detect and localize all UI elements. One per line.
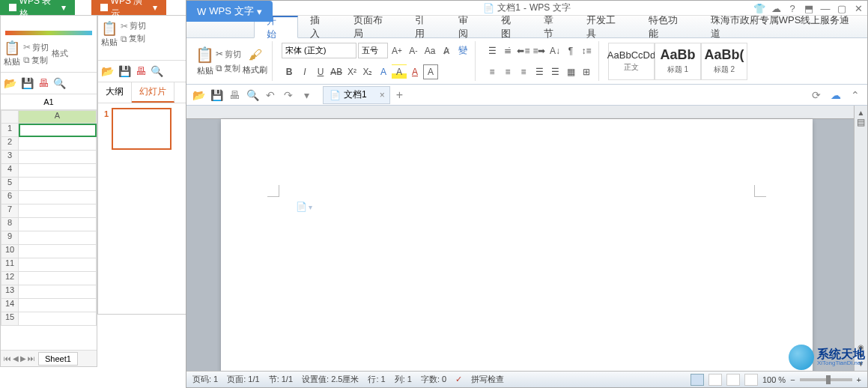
open-icon[interactable]: 📂 <box>4 77 16 89</box>
cell[interactable] <box>19 191 97 204</box>
print-preview-icon[interactable]: 🔍 <box>245 89 260 101</box>
dropdown-icon[interactable]: ▾ <box>299 89 314 101</box>
row-header[interactable]: 1 <box>1 124 19 137</box>
row-header[interactable]: 8 <box>1 218 19 231</box>
nav-next-icon[interactable]: ▶ <box>20 354 26 363</box>
styles-gallery[interactable]: AaBbCcDd 正文 AaBb 标题 1 AaBb( 标题 2 <box>608 43 747 80</box>
strikethrough-button[interactable]: A̶B̶ <box>329 64 344 79</box>
close-button[interactable]: ✕ <box>852 3 864 14</box>
status-section[interactable]: 节: 1/1 <box>269 374 293 385</box>
nav-last-icon[interactable]: ⏭ <box>28 354 35 363</box>
undo-icon[interactable]: ↶ <box>263 89 278 101</box>
document-tab[interactable]: 📄 文档1 × <box>323 86 390 104</box>
show-marks-button[interactable]: ¶ <box>563 43 578 58</box>
row-header[interactable]: 14 <box>1 299 19 312</box>
cell[interactable] <box>19 272 97 285</box>
paste-button[interactable]: 📋 粘贴 <box>4 40 20 67</box>
status-page[interactable]: 页面: 1/1 <box>227 374 259 385</box>
name-box[interactable] <box>1 94 97 110</box>
row-header[interactable]: 7 <box>1 204 19 218</box>
bullets-button[interactable]: ☰ <box>485 43 500 58</box>
zoom-slider[interactable] <box>800 378 852 381</box>
char-shading-button[interactable]: A <box>423 64 438 79</box>
cell[interactable] <box>19 164 97 178</box>
cell[interactable] <box>19 151 97 164</box>
nav-first-icon[interactable]: ⏮ <box>4 354 11 363</box>
ribbon-toggle-icon[interactable]: ⬒ <box>803 3 815 14</box>
print-icon[interactable]: 🖶 <box>227 89 242 101</box>
shrink-font-button[interactable]: A- <box>406 43 421 58</box>
close-tab-button[interactable]: × <box>380 90 385 100</box>
distribute-button[interactable]: ☰ <box>547 64 562 79</box>
text-effects-button[interactable]: A <box>376 64 391 79</box>
increase-indent-button[interactable]: ≡➡ <box>532 43 547 58</box>
highlight-button[interactable]: A <box>392 64 407 79</box>
superscript-button[interactable]: X² <box>345 64 359 79</box>
status-page-code[interactable]: 页码: 1 <box>192 374 218 385</box>
save-icon[interactable]: 💾 <box>209 89 224 101</box>
line-spacing-button[interactable]: ↕≡ <box>579 43 594 58</box>
cell[interactable] <box>19 312 97 326</box>
menu-references[interactable]: 引用 <box>403 16 446 37</box>
cell[interactable] <box>19 218 97 231</box>
select-all-corner[interactable] <box>1 110 19 124</box>
print-icon[interactable]: 🖶 <box>136 65 146 77</box>
nav-pane-icon[interactable]: ▤ <box>857 117 865 127</box>
cloud-icon[interactable]: ☁ <box>828 89 843 101</box>
row-header[interactable]: 3 <box>1 151 19 164</box>
open-icon[interactable]: 📂 <box>101 65 114 77</box>
web-view-button[interactable] <box>726 374 740 386</box>
save-icon[interactable]: 💾 <box>118 65 131 77</box>
cell[interactable] <box>19 137 97 151</box>
row-header[interactable]: 11 <box>1 258 19 272</box>
menu-page-layout[interactable]: 页面布局 <box>342 16 404 37</box>
cell[interactable] <box>19 245 97 258</box>
zoom-in-button[interactable]: + <box>857 375 861 384</box>
align-left-button[interactable]: ≡ <box>485 64 500 79</box>
maximize-button[interactable]: ▢ <box>836 3 848 14</box>
cell-reference-input[interactable] <box>4 97 94 106</box>
status-line[interactable]: 行: 1 <box>368 374 385 385</box>
italic-button[interactable]: I <box>297 64 312 79</box>
font-name-select[interactable]: 宋体 (正文) <box>282 43 356 58</box>
borders-button[interactable]: ⊞ <box>579 64 594 79</box>
underline-button[interactable]: U <box>313 64 328 79</box>
row-header[interactable]: 5 <box>1 178 19 191</box>
app-tab[interactable]: W WPS 文字 ▾ <box>186 1 273 22</box>
zoom-out-button[interactable]: − <box>790 375 795 384</box>
menu-view[interactable]: 视图 <box>489 16 532 37</box>
paste-button[interactable]: 📋 粘贴 <box>195 46 214 76</box>
bold-button[interactable]: B <box>282 64 297 79</box>
taskbar-spreadsheet-tab[interactable]: WPS 表格 ▾ <box>0 0 75 15</box>
phonetic-guide-button[interactable]: 變 <box>455 43 470 58</box>
preview-icon[interactable]: 🔍 <box>53 77 66 89</box>
page[interactable]: 📄▾ <box>221 119 813 371</box>
cut-button[interactable]: ✂剪切 <box>216 49 241 60</box>
font-color-button[interactable]: A <box>407 64 422 79</box>
align-right-button[interactable]: ≡ <box>516 64 531 79</box>
font-size-select[interactable]: 五号 <box>358 43 388 58</box>
align-center-button[interactable]: ≡ <box>500 64 515 79</box>
menu-review[interactable]: 审阅 <box>446 16 489 37</box>
change-case-button[interactable]: Aa <box>422 43 437 58</box>
copy-button[interactable]: ⧉复制 <box>121 33 146 44</box>
menu-service-channel[interactable]: 珠海市政府专属WPS线上服务通道 <box>699 16 867 37</box>
outline-view-button[interactable] <box>708 374 722 386</box>
numbering-button[interactable]: ≡̇ <box>500 43 515 58</box>
row-header[interactable]: 10 <box>1 245 19 258</box>
justify-button[interactable]: ☰ <box>532 64 547 79</box>
new-tab-button[interactable]: + <box>390 85 409 105</box>
cell[interactable] <box>19 285 97 299</box>
feedback-icon[interactable]: ☁ <box>770 3 782 14</box>
spreadsheet-grid[interactable]: A 123456789101112131415 <box>1 110 97 326</box>
row-header[interactable]: 13 <box>1 285 19 299</box>
save-icon[interactable]: 💾 <box>21 77 34 89</box>
cell[interactable] <box>19 204 97 218</box>
cut-button[interactable]: ✂剪切 <box>23 42 49 53</box>
cell[interactable] <box>19 178 97 191</box>
grow-font-button[interactable]: A+ <box>389 43 404 58</box>
collapse-icon[interactable]: ⌃ <box>848 89 863 101</box>
preview-icon[interactable]: 🔍 <box>151 65 163 77</box>
menu-dev-tools[interactable]: 开发工具 <box>574 16 637 37</box>
row-header[interactable]: 6 <box>1 191 19 204</box>
